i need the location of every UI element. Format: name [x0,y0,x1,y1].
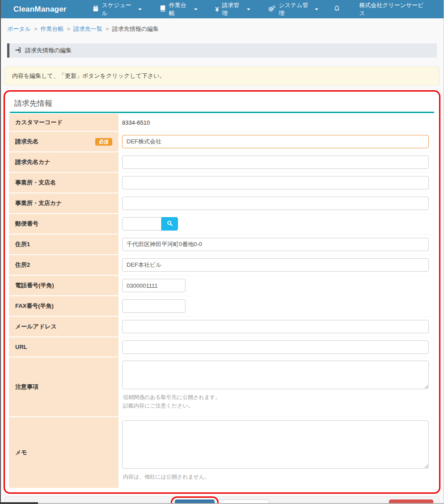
calendar-icon [93,5,99,13]
sign-in-icon [15,47,21,55]
address1-input[interactable] [122,238,429,251]
table-row: メールアドレス [9,316,435,337]
caret-down-icon [138,8,142,10]
postal-code-search-button[interactable] [161,217,178,231]
office-name-kana-input[interactable] [122,197,429,210]
field-label-billing-name: 請求先名 必須 [9,131,118,152]
nav-item-work-ledger[interactable]: 作業台帳 [153,0,204,18]
yen-icon: ¥ [216,6,219,13]
breadcrumb: ポータル>作業台帳>請求先一覧>請求先情報の編集 [4,18,440,33]
field-label-customer-code: カスタマーコード [9,114,118,131]
nav-item-label: 請求管理 [222,1,243,17]
info-alert: 内容を編集して、「更新」ボタンをクリックして下さい。 [4,67,440,85]
page-content: ポータル>作業台帳>請求先一覧>請求先情報の編集 請求先情報の編集 内容を編集し… [0,18,444,504]
table-row: 事業所・支店カナ [9,193,435,214]
billing-info-form: カスタマーコード 8334-6510 請求先名 必須 請求先名カナ 事業所・支店… [9,114,435,489]
field-label-email: メールアドレス [9,316,118,337]
table-row: 住所1 [9,234,435,255]
table-row: 請求先名 必須 [9,131,435,152]
field-label-url: URL [9,337,118,357]
breadcrumb-link-work-ledger[interactable]: 作業台帳 [41,25,64,32]
memo-hint: 内容は、他社には公開されません。 [123,473,429,481]
field-label-memo: メモ [9,417,118,488]
user-company-menu[interactable]: 株式会社クリーンサービス [347,1,444,17]
phone-input[interactable] [122,279,186,292]
window-left-border [0,0,1,504]
memo-textarea[interactable] [122,420,429,469]
caret-down-icon [247,8,250,10]
page-heading: 請求先情報の編集 [7,43,437,58]
field-label-office-name-kana: 事業所・支店カナ [9,193,118,214]
table-row: FAX番号(半角) [9,296,435,316]
nav-item-label: スケジュール [102,1,134,17]
notes-hint-line2: 記載内容にご注意ください。 [123,402,429,410]
field-label-phone: 電話番号(半角) [9,275,118,296]
customer-code-value: 8334-6510 [122,119,150,126]
field-label-address1: 住所1 [9,234,118,255]
alert-message: 内容を編集して、「更新」ボタンをクリックして下さい。 [12,72,165,79]
table-row: 電話番号(半角) [9,275,435,296]
postal-code-input[interactable] [122,217,161,231]
field-label-billing-name-kana: 請求先名カナ [9,152,118,172]
billing-name-input[interactable] [122,135,429,148]
url-input[interactable] [122,340,429,354]
email-input[interactable] [122,320,429,333]
breadcrumb-link-portal[interactable]: ポータル [7,25,31,32]
caret-down-icon [194,8,198,10]
notes-textarea[interactable] [122,361,429,389]
field-label-address2: 住所2 [9,255,118,275]
nav-item-schedule[interactable]: スケジュール [86,0,148,18]
nav-item-label: 作業台帳 [169,1,190,17]
field-label-office-name: 事業所・支店名 [9,172,118,193]
notification-bell-button[interactable] [327,0,347,18]
horizontal-scrollbar-thumb[interactable] [0,502,38,504]
field-label-postal-code: 郵便番号 [9,214,118,234]
table-row: メモ 内容は、他社には公開されません。 [9,417,435,488]
billing-name-kana-input[interactable] [122,155,429,169]
field-label-fax: FAX番号(半角) [9,296,118,316]
page-title: 請求先情報の編集 [25,46,72,55]
nav-item-system[interactable]: システム管理 [262,0,325,18]
nav-item-billing[interactable]: ¥ 請求管理 [209,0,258,18]
nav-item-label: システム管理 [279,1,311,17]
breadcrumb-separator: > [34,25,38,32]
breadcrumb-link-billing-list[interactable]: 請求先一覧 [73,25,102,32]
nav-menu: スケジュール 作業台帳 ¥ 請求管理 システム管理 [84,0,328,18]
book-icon [160,5,166,13]
section-title: 請求先情報 [10,96,434,113]
notes-hint: 信頼関係のある取引先に公開されます。 記載内容にご注意ください。 [123,393,429,410]
notes-hint-line1: 信頼関係のある取引先に公開されます。 [123,393,429,402]
table-row: 郵便番号 [9,214,435,234]
table-row: URL [9,337,435,357]
breadcrumb-separator: > [106,25,109,32]
table-row: 請求先名カナ [9,152,435,172]
annotation-form-highlight: 請求先情報 カスタマーコード 8334-6510 請求先名 必須 請求先名カナ [4,90,440,494]
breadcrumb-current: 請求先情報の編集 [112,25,159,32]
bell-icon [334,5,340,14]
field-label-notes: 注意事項 [9,357,118,417]
navbar-right: 株式会社クリーンサービス [327,0,444,18]
table-row: 注意事項 信頼関係のある取引先に公開されます。 記載内容にご注意ください。 [9,357,435,417]
navbar: CleanManager スケジュール 作業台帳 ¥ 請求管理 システム管理 株… [0,0,444,18]
search-icon [167,220,173,228]
required-badge: 必須 [95,138,112,146]
fax-input[interactable] [122,299,186,313]
caret-down-icon [315,8,318,10]
breadcrumb-separator: > [67,25,71,32]
table-row: 事業所・支店名 [9,172,435,193]
office-name-input[interactable] [122,176,429,189]
gears-icon [268,5,275,13]
brand-logo[interactable]: CleanManager [13,5,67,14]
address2-input[interactable] [122,258,429,272]
table-row: カスタマーコード 8334-6510 [9,114,435,131]
table-row: 住所2 [9,255,435,275]
field-label-text: 請求先名 [15,138,38,146]
